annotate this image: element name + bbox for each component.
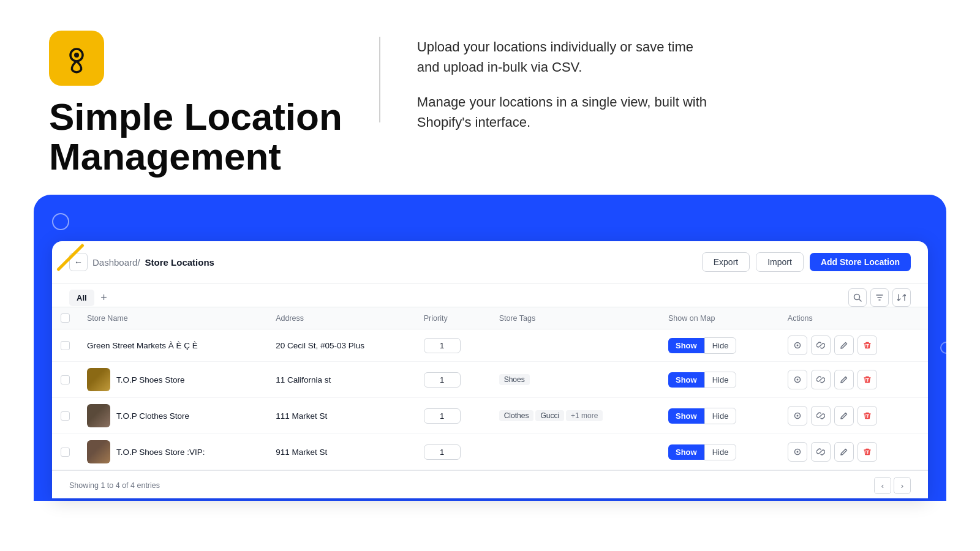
edit-button-4[interactable] xyxy=(834,442,854,462)
show-button-4[interactable]: Show xyxy=(668,444,704,460)
svg-point-10 xyxy=(796,451,798,453)
locations-table: Store Name Address Priority Store Tags S… xyxy=(52,307,928,470)
svg-point-6 xyxy=(796,379,798,381)
table-row: T.O.P Shoes Store11 California stShoes S… xyxy=(52,362,928,398)
store-address-1: 20 Cecil St, #05-03 Plus xyxy=(267,329,415,362)
store-name-cell-1: Green Street Markets À È Ç È xyxy=(87,341,258,350)
search-icon-button[interactable] xyxy=(848,288,867,307)
priority-input-4[interactable] xyxy=(424,444,461,460)
col-show-on-map: Show on Map xyxy=(660,307,779,329)
store-name-cell-3: T.O.P Clothes Store xyxy=(87,404,258,427)
main-card: ← Dashboard/ Store Locations Export Impo… xyxy=(52,241,928,498)
card-footer: Showing 1 to 4 of 4 entries ‹ › xyxy=(52,470,928,498)
delete-button-1[interactable] xyxy=(858,335,877,355)
page-title: Simple Location Management xyxy=(49,97,342,176)
delete-button-4[interactable] xyxy=(858,442,877,462)
prev-page-button[interactable]: ‹ xyxy=(874,477,891,494)
store-thumbnail-2 xyxy=(87,368,110,391)
show-button-2[interactable]: Show xyxy=(668,372,704,388)
priority-input-3[interactable] xyxy=(424,408,461,424)
card-header: ← Dashboard/ Store Locations Export Impo… xyxy=(52,241,928,283)
import-button[interactable]: Import xyxy=(756,252,804,272)
row-checkbox-1[interactable] xyxy=(61,341,70,350)
store-name-3: T.O.P Clothes Store xyxy=(116,411,189,421)
breadcrumb: ← Dashboard/ Store Locations xyxy=(69,253,214,271)
pagination: ‹ › xyxy=(874,477,911,494)
row-checkbox-3[interactable] xyxy=(61,411,70,421)
sort-icon-button[interactable] xyxy=(892,288,911,307)
view-button-4[interactable] xyxy=(788,442,807,462)
vertical-divider xyxy=(379,37,380,122)
show-hide-group-4: Show Hide xyxy=(668,444,771,460)
chevron-left-icon: ‹ xyxy=(881,481,884,490)
hide-button-1[interactable]: Hide xyxy=(704,337,737,354)
store-name-cell-2: T.O.P Shoes Store xyxy=(87,368,258,391)
row-checkbox-4[interactable] xyxy=(61,448,70,457)
view-button-3[interactable] xyxy=(788,406,807,425)
link-button-3[interactable] xyxy=(811,406,831,425)
priority-input-2[interactable] xyxy=(424,372,461,388)
edit-button-3[interactable] xyxy=(834,406,854,425)
table-container: Store Name Address Priority Store Tags S… xyxy=(52,307,928,470)
store-tag-more-3: +1 more xyxy=(566,410,603,421)
link-button-4[interactable] xyxy=(811,442,831,462)
store-thumbnail-3 xyxy=(87,404,110,427)
link-button-2[interactable] xyxy=(811,370,831,389)
svg-point-4 xyxy=(796,345,798,347)
store-address-2: 11 California st xyxy=(267,362,415,398)
edit-button-2[interactable] xyxy=(834,370,854,389)
tab-add-button[interactable]: + xyxy=(97,290,111,305)
priority-input-1[interactable] xyxy=(424,338,461,353)
browser-dot xyxy=(52,213,69,230)
store-name-2: T.O.P Shoes Store xyxy=(116,375,185,384)
action-icons-3 xyxy=(788,406,919,425)
hide-button-2[interactable]: Hide xyxy=(704,372,737,388)
row-checkbox-2[interactable] xyxy=(61,375,70,384)
table-header-row: Store Name Address Priority Store Tags S… xyxy=(52,307,928,329)
show-hide-group-2: Show Hide xyxy=(668,372,771,388)
hide-button-4[interactable]: Hide xyxy=(704,444,737,460)
breadcrumb-dashboard: Dashboard/ xyxy=(92,257,140,268)
entries-count: Showing 1 to 4 of 4 entries xyxy=(69,481,160,490)
show-button-3[interactable]: Show xyxy=(668,408,704,424)
view-button-2[interactable] xyxy=(788,370,807,389)
store-tags-cell-4 xyxy=(491,434,660,470)
col-priority: Priority xyxy=(415,307,491,329)
tab-all[interactable]: All xyxy=(69,290,94,306)
chevron-right-icon: › xyxy=(901,481,903,490)
action-icons-4 xyxy=(788,442,919,462)
col-store-tags: Store Tags xyxy=(491,307,660,329)
delete-button-3[interactable] xyxy=(858,406,877,425)
store-tags-cell-2: Shoes xyxy=(491,362,660,398)
col-address: Address xyxy=(267,307,415,329)
action-icons-1 xyxy=(788,335,919,355)
header-actions: Export Import Add Store Location xyxy=(702,252,911,272)
action-icons-2 xyxy=(788,370,919,389)
svg-point-2 xyxy=(854,294,860,300)
hero-desc-1: Upload your locations individually or sa… xyxy=(417,37,711,77)
delete-button-2[interactable] xyxy=(858,370,877,389)
view-button-1[interactable] xyxy=(788,335,807,355)
hide-button-3[interactable]: Hide xyxy=(704,408,737,424)
store-name-1: Green Street Markets À È Ç È xyxy=(87,341,198,350)
show-button-1[interactable]: Show xyxy=(668,338,704,353)
app-icon xyxy=(49,31,104,86)
filter-icon-button[interactable] xyxy=(870,288,889,307)
export-button[interactable]: Export xyxy=(702,252,750,272)
store-address-3: 111 Market St xyxy=(267,398,415,434)
scroll-indicator xyxy=(940,342,952,354)
link-button-1[interactable] xyxy=(811,335,831,355)
breadcrumb-page: Store Locations xyxy=(145,257,214,268)
next-page-button[interactable]: › xyxy=(894,477,911,494)
blue-container: ← Dashboard/ Store Locations Export Impo… xyxy=(34,195,946,501)
store-name-4: T.O.P Shoes Store :VIP: xyxy=(116,448,205,457)
show-hide-group-3: Show Hide xyxy=(668,408,771,424)
store-thumbnail-4 xyxy=(87,440,110,463)
show-hide-group-1: Show Hide xyxy=(668,337,771,354)
table-row: T.O.P Clothes Store111 Market StClothesG… xyxy=(52,398,928,434)
store-tag-2: Shoes xyxy=(499,374,530,385)
select-all-checkbox[interactable] xyxy=(61,313,70,323)
col-actions: Actions xyxy=(779,307,928,329)
add-store-location-button[interactable]: Add Store Location xyxy=(810,253,911,271)
edit-button-1[interactable] xyxy=(834,335,854,355)
